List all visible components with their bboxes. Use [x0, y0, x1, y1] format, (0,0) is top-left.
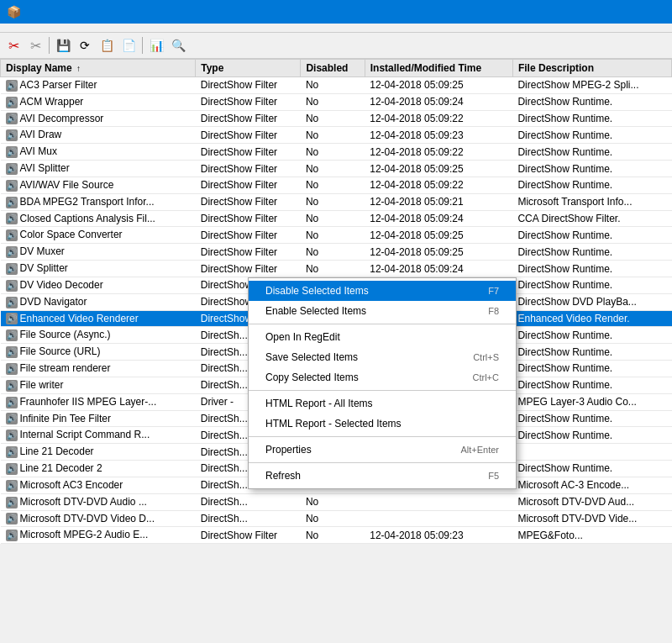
context-menu-separator: [249, 436, 516, 437]
context-menu-item[interactable]: HTML Report - Selected Items: [249, 414, 516, 434]
table-row[interactable]: 🔊DV Muxer DirectShow Filter No 12-04-201…: [1, 244, 672, 261]
context-menu-item[interactable]: Refresh F5: [249, 466, 516, 486]
cell-display-name: 🔊File writer: [1, 377, 196, 393]
table-row[interactable]: 🔊Color Space Converter DirectShow Filter…: [1, 227, 672, 244]
menu-bar: [0, 24, 672, 33]
cell-file-description: Microsoft Transport Info...: [512, 193, 671, 210]
cell-file-description: DirectShow Runtime.: [512, 461, 671, 477]
cell-disabled: No: [301, 77, 365, 94]
context-menu-item[interactable]: Enable Selected Items F8: [249, 301, 516, 321]
cell-type: DirectShow Filter: [196, 77, 301, 94]
cell-display-name: 🔊DV Muxer: [1, 244, 196, 261]
cell-type: DirectShow Filter: [196, 161, 301, 177]
table-row[interactable]: 🔊Microsoft DTV-DVD Audio ... DirectSh...…: [1, 493, 672, 510]
cell-type: DirectShow Filter: [196, 127, 301, 144]
cell-file-description: [512, 444, 671, 461]
cell-display-name: 🔊DV Splitter: [1, 261, 196, 277]
context-menu-item-label: Disable Selected Items: [265, 285, 369, 297]
toolbar: ✂ ✂ 💾 ⟳ 📋 📄 📊 🔍: [0, 33, 672, 59]
context-menu-item[interactable]: Copy Selected Items Ctrl+C: [249, 367, 516, 387]
cell-type: DirectShow Filter: [196, 110, 301, 127]
toolbar-copy-btn[interactable]: 📋: [97, 35, 117, 55]
context-menu-shortcut: Ctrl+C: [473, 372, 499, 382]
cell-type: DirectShow Filter: [196, 527, 301, 544]
toolbar-doc-btn[interactable]: 📄: [118, 35, 139, 55]
cell-file-description: DirectShow Runtime.: [512, 227, 671, 244]
cell-disabled: No: [301, 527, 365, 544]
context-menu-item[interactable]: Properties Alt+Enter: [249, 440, 516, 460]
context-menu-item-label: HTML Report - All Items: [265, 398, 373, 409]
table-row[interactable]: 🔊Microsoft MPEG-2 Audio E... DirectShow …: [1, 527, 672, 544]
cell-display-name: 🔊BDA MPEG2 Transport Infor...: [1, 193, 196, 210]
toolbar-cut2-btn[interactable]: ✂: [25, 35, 45, 55]
context-menu-item[interactable]: Open In RegEdit: [249, 327, 516, 347]
cell-type: DirectShow Filter: [196, 193, 301, 210]
col-file-description[interactable]: File Description: [512, 60, 671, 77]
menu-help[interactable]: [57, 25, 71, 30]
table-row[interactable]: 🔊BDA MPEG2 Transport Infor... DirectShow…: [1, 193, 672, 210]
cell-disabled: No: [301, 161, 365, 177]
table-header-row: Display Name ↑ Type Disabled Installed/M…: [1, 60, 672, 77]
toolbar-refresh-btn[interactable]: ⟳: [75, 35, 95, 55]
context-menu-item[interactable]: Save Selected Items Ctrl+S: [249, 347, 516, 367]
cell-file-description: DirectShow Runtime.: [512, 244, 671, 261]
table-row[interactable]: 🔊AVI Mux DirectShow Filter No 12-04-2018…: [1, 144, 672, 161]
cell-file-description: CCA DirectShow Filter.: [512, 210, 671, 227]
cell-type: DirectShow Filter: [196, 177, 301, 193]
menu-file[interactable]: [3, 25, 17, 30]
table-row[interactable]: 🔊Closed Captions Analysis Fil... DirectS…: [1, 210, 672, 227]
context-menu-shortcut: F7: [488, 286, 499, 296]
cell-file-description: Microsoft DTV-DVD Vide...: [512, 510, 671, 527]
cell-installed-time: 12-04-2018 05:09:23: [365, 527, 512, 544]
table-row[interactable]: 🔊DV Splitter DirectShow Filter No 12-04-…: [1, 261, 672, 277]
col-installed-time[interactable]: Installed/Modified Time: [365, 60, 512, 77]
cell-disabled: No: [301, 261, 365, 277]
cell-disabled: No: [301, 110, 365, 127]
table-row[interactable]: 🔊AVI Draw DirectShow Filter No 12-04-201…: [1, 127, 672, 144]
table-row[interactable]: 🔊Microsoft DTV-DVD Video D... DirectSh..…: [1, 510, 672, 527]
table-container: Display Name ↑ Type Disabled Installed/M…: [0, 59, 672, 628]
cell-file-description: MPEG Layer-3 Audio Co...: [512, 393, 671, 410]
context-menu-item-label: Refresh: [265, 470, 301, 482]
toolbar-save-btn[interactable]: 💾: [53, 35, 73, 55]
toolbar-search-btn[interactable]: 🔍: [168, 35, 188, 55]
col-disabled[interactable]: Disabled: [301, 60, 365, 77]
cell-disabled: No: [301, 177, 365, 193]
cell-type: DirectShow Filter: [196, 144, 301, 161]
cell-file-description: DirectShow Runtime.: [512, 261, 671, 277]
table-row[interactable]: 🔊AVI Decompressor DirectShow Filter No 1…: [1, 110, 672, 127]
cell-file-description: MPEG&Foto...: [512, 527, 671, 544]
table-row[interactable]: 🔊ACM Wrapper DirectShow Filter No 12-04-…: [1, 93, 672, 110]
cell-type: DirectShow Filter: [196, 93, 301, 110]
cell-type: DirectSh...: [196, 510, 301, 527]
menu-view[interactable]: [30, 25, 44, 30]
cell-file-description: DirectShow Runtime.: [512, 110, 671, 127]
cell-installed-time: 12-04-2018 05:09:22: [365, 144, 512, 161]
context-menu-item[interactable]: Disable Selected Items F7: [249, 281, 516, 301]
cell-disabled: No: [301, 193, 365, 210]
cell-installed-time: 12-04-2018 05:09:25: [365, 161, 512, 177]
cell-display-name: 🔊AVI Draw: [1, 127, 196, 144]
table-row[interactable]: 🔊AVI/WAV File Source DirectShow Filter N…: [1, 177, 672, 193]
cell-display-name: 🔊DV Video Decoder: [1, 277, 196, 293]
table-row[interactable]: 🔊AVI Splitter DirectShow Filter No 12-04…: [1, 161, 672, 177]
cell-installed-time: 12-04-2018 05:09:24: [365, 210, 512, 227]
context-menu-item-label: HTML Report - Selected Items: [265, 418, 402, 430]
cell-display-name: 🔊DVD Navigator: [1, 293, 196, 310]
cell-file-description: DirectShow DVD PlayBa...: [512, 293, 671, 310]
cell-disabled: No: [301, 93, 365, 110]
context-menu-shortcut: F5: [488, 471, 499, 481]
cell-type: DirectShow Filter: [196, 244, 301, 261]
cell-file-description: DirectShow Runtime.: [512, 377, 671, 393]
context-menu-item[interactable]: HTML Report - All Items: [249, 393, 516, 414]
col-display-name[interactable]: Display Name ↑: [1, 60, 196, 77]
col-type[interactable]: Type: [196, 60, 301, 77]
menu-edit[interactable]: [17, 25, 30, 30]
context-menu: Disable Selected Items F7 Enable Selecte…: [248, 277, 517, 489]
cell-display-name: 🔊Line 21 Decoder 2: [1, 461, 196, 477]
toolbar-cut-btn[interactable]: ✂: [3, 35, 24, 55]
toolbar-report-btn[interactable]: 📊: [146, 35, 166, 55]
cell-display-name: 🔊AVI/WAV File Source: [1, 177, 196, 193]
table-row[interactable]: 🔊AC3 Parser Filter DirectShow Filter No …: [1, 77, 672, 94]
menu-options[interactable]: [44, 25, 57, 30]
